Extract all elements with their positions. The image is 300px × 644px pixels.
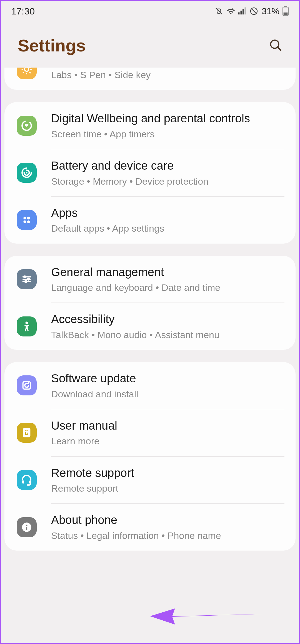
update-icon bbox=[17, 375, 37, 395]
row-text: Remote supportRemote support bbox=[51, 465, 284, 495]
svg-point-21 bbox=[25, 321, 28, 324]
page-title: Settings bbox=[18, 36, 86, 55]
status-icons: 6 31% bbox=[214, 6, 289, 16]
settings-group: Software updateDownload and install?User… bbox=[4, 362, 296, 551]
svg-rect-4 bbox=[244, 8, 246, 15]
headset-icon bbox=[17, 470, 37, 490]
settings-group: Digital Wellbeing and parental controlsS… bbox=[4, 102, 296, 243]
row-subtitle: Learn more bbox=[51, 435, 284, 447]
svg-point-13 bbox=[26, 172, 28, 174]
row-title: Battery and device care bbox=[51, 158, 284, 174]
svg-point-15 bbox=[27, 217, 30, 219]
svg-point-18 bbox=[24, 276, 26, 278]
settings-row-accessibility[interactable]: AccessibilityTalkBack • Mono audio • Ass… bbox=[4, 303, 296, 350]
row-text: User manualLearn more bbox=[51, 418, 284, 447]
cog-badge-icon bbox=[17, 68, 37, 79]
row-title: Apps bbox=[51, 205, 284, 221]
wellbeing-icon bbox=[17, 116, 37, 136]
battery-percent: 31% bbox=[262, 6, 279, 16]
svg-rect-26 bbox=[22, 480, 24, 484]
svg-point-29 bbox=[26, 525, 28, 526]
svg-rect-22 bbox=[23, 382, 31, 389]
sliders-icon bbox=[17, 269, 37, 289]
settings-list[interactable]: Labs • S Pen • Side keyDigital Wellbeing… bbox=[0, 68, 300, 551]
row-subtitle: Storage • Memory • Device protection bbox=[51, 175, 284, 187]
settings-row-general[interactable]: General managementLanguage and keyboard … bbox=[4, 256, 296, 303]
settings-row-wellbeing[interactable]: Digital Wellbeing and parental controlsS… bbox=[4, 102, 296, 149]
svg-point-17 bbox=[27, 221, 30, 223]
row-title: Remote support bbox=[51, 465, 284, 481]
row-text: Digital Wellbeing and parental controlsS… bbox=[51, 111, 284, 140]
row-subtitle: Download and install bbox=[51, 388, 284, 400]
row-text: General managementLanguage and keyboard … bbox=[51, 265, 284, 294]
row-subtitle: TalkBack • Mono audio • Assistant menu bbox=[51, 329, 284, 341]
settings-row-apps[interactable]: AppsDefault apps • App settings bbox=[4, 197, 296, 244]
row-subtitle: Default apps • App settings bbox=[51, 222, 284, 234]
settings-row-software-update[interactable]: Software updateDownload and install bbox=[4, 362, 296, 409]
svg-rect-8 bbox=[284, 13, 288, 15]
svg-text:6: 6 bbox=[232, 7, 234, 10]
status-bar: 17:30 6 31% bbox=[0, 0, 300, 22]
settings-row-device-care[interactable]: Battery and device careStorage • Memory … bbox=[4, 149, 296, 196]
row-title: User manual bbox=[51, 418, 284, 434]
svg-point-20 bbox=[25, 281, 27, 283]
row-subtitle: Screen time • App timers bbox=[51, 128, 284, 140]
row-subtitle: Language and keyboard • Date and time bbox=[51, 281, 284, 294]
manual-icon: ? bbox=[17, 423, 37, 443]
status-time: 17:30 bbox=[11, 6, 35, 17]
wifi-icon: 6 bbox=[226, 7, 236, 15]
svg-point-10 bbox=[25, 68, 29, 71]
row-text: AppsDefault apps • App settings bbox=[51, 205, 284, 235]
row-text: Labs • S Pen • Side key bbox=[51, 68, 284, 81]
apps-icon bbox=[17, 210, 37, 230]
row-subtitle: Status • Legal information • Phone name bbox=[51, 529, 284, 542]
annotation-arrow bbox=[150, 603, 267, 629]
svg-point-16 bbox=[23, 221, 26, 223]
battery-icon bbox=[282, 6, 289, 16]
settings-row-about-phone[interactable]: About phoneStatus • Legal information • … bbox=[4, 504, 296, 551]
info-icon bbox=[17, 517, 37, 537]
search-button[interactable] bbox=[267, 37, 284, 55]
row-subtitle: Labs • S Pen • Side key bbox=[51, 69, 284, 81]
signal-icon bbox=[238, 7, 247, 15]
settings-group: Labs • S Pen • Side key bbox=[4, 68, 296, 90]
row-text: Battery and device careStorage • Memory … bbox=[51, 158, 284, 187]
svg-text:?: ? bbox=[26, 430, 28, 435]
svg-rect-30 bbox=[26, 527, 27, 530]
search-icon bbox=[269, 38, 282, 53]
svg-point-19 bbox=[28, 278, 29, 280]
svg-rect-1 bbox=[238, 13, 240, 15]
row-text: Software updateDownload and install bbox=[51, 371, 284, 400]
svg-point-14 bbox=[23, 217, 26, 219]
dnd-icon bbox=[249, 7, 258, 16]
row-subtitle: Remote support bbox=[51, 482, 284, 494]
row-text: AccessibilityTalkBack • Mono audio • Ass… bbox=[51, 312, 284, 341]
settings-row-user-manual[interactable]: ?User manualLearn more bbox=[4, 409, 296, 456]
row-title: General management bbox=[51, 265, 284, 280]
svg-rect-2 bbox=[240, 11, 242, 15]
device-care-icon bbox=[17, 163, 37, 183]
row-title: Software update bbox=[51, 371, 284, 386]
accessibility-icon bbox=[17, 316, 37, 336]
settings-group: General managementLanguage and keyboard … bbox=[4, 256, 296, 350]
row-text: About phoneStatus • Legal information • … bbox=[51, 512, 284, 542]
svg-rect-3 bbox=[242, 9, 244, 15]
page-header: Settings bbox=[0, 22, 300, 68]
settings-row-remote-support[interactable]: Remote supportRemote support bbox=[4, 457, 296, 504]
row-title: About phone bbox=[51, 512, 284, 528]
vibrate-icon bbox=[214, 7, 223, 16]
row-title: Digital Wellbeing and parental controls bbox=[51, 111, 284, 126]
row-title: Accessibility bbox=[51, 312, 284, 327]
settings-row-advanced[interactable]: Labs • S Pen • Side key bbox=[4, 68, 296, 90]
